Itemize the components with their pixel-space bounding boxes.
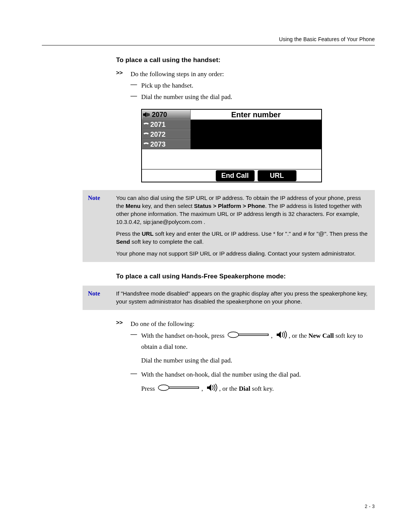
note-body: You can also dial using the SIP URL or I… <box>116 194 370 257</box>
phone-line-number: 2070 <box>152 111 167 119</box>
menu-path: Status > Platform > Phone <box>194 203 265 209</box>
line-key-icon <box>158 384 200 394</box>
phone-side-bottom <box>142 169 191 182</box>
running-head: Using the Basic Features of Your Phone <box>279 36 375 42</box>
softkey-name: URL <box>142 230 154 237</box>
substep-text: Pick up the handset. <box>141 81 193 91</box>
note-text: soft key to complete the call. <box>130 238 204 245</box>
key-name: Menu <box>126 203 140 209</box>
step-marker: >> <box>116 319 131 329</box>
phone-softkey-bar: End Call URL <box>191 169 321 182</box>
phone-dial-area <box>191 120 321 149</box>
text: soft key. <box>250 385 274 392</box>
handset-icon <box>143 132 149 137</box>
step-text: Do one of the following: <box>131 319 194 329</box>
speakerphone-icon <box>276 331 287 342</box>
substep-text: Dial the number using the dial pad. <box>141 92 232 102</box>
text: , <box>201 385 205 392</box>
text: , or the <box>289 332 309 339</box>
substep-continuation: Press , , or the <box>141 383 375 395</box>
softkey-name: New Call <box>309 332 334 339</box>
step-text: Do the following steps in any order: <box>131 69 224 79</box>
text: , or the <box>219 385 239 392</box>
step-row: >> Do one of the following: <box>116 319 375 329</box>
phone-line-number: 2073 <box>150 141 166 149</box>
substep-dash: — <box>131 331 141 352</box>
phone-body-white <box>191 149 321 169</box>
svg-marker-7 <box>277 331 281 338</box>
header-rule <box>42 45 375 46</box>
phone-line-key: 2073 <box>142 139 191 149</box>
phone-line-key: 2072 <box>142 129 191 139</box>
phone-line-blank <box>142 149 191 169</box>
softkey-url: URL <box>258 170 296 181</box>
substep-dash: — <box>131 81 141 91</box>
note-box: Note You can also dial using the SIP URL… <box>83 190 375 262</box>
substep-continuation: Dial the number using the dial pad. <box>141 356 375 366</box>
substep-row: — With the handset on-hook, dial the num… <box>131 370 375 380</box>
note-label: Note <box>88 289 116 305</box>
text: , <box>271 332 274 339</box>
phone-line-number: 2072 <box>150 131 166 139</box>
note-box: Note If "Handsfree mode disabled" appear… <box>83 286 375 310</box>
note-text: Your phone may not support SIP URL or IP… <box>116 249 370 257</box>
svg-rect-3 <box>149 113 150 116</box>
substep-row: — With the handset on-hook, press , <box>131 331 375 352</box>
phone-screen-figure: 2070 2071 <box>141 109 322 182</box>
note-body: If "Handsfree mode disabled" appears on … <box>116 289 370 305</box>
svg-rect-1 <box>147 113 147 117</box>
substep-dash: — <box>131 370 141 380</box>
svg-marker-11 <box>207 384 211 391</box>
step-marker: >> <box>116 69 131 79</box>
speaker-active-icon <box>143 112 151 117</box>
speakerphone-icon <box>206 383 218 395</box>
substep-text: With the handset on-hook, dial the numbe… <box>141 370 301 380</box>
note-text: Press the <box>116 230 142 237</box>
phone-line-number: 2071 <box>150 121 166 129</box>
substep-row: — Pick up the handset. <box>131 81 375 91</box>
svg-marker-0 <box>143 112 146 117</box>
step-row: >> Do the following steps in any order: <box>116 69 375 79</box>
line-key-icon <box>228 331 269 341</box>
handset-icon <box>143 142 149 147</box>
phone-prompt: Enter number <box>191 110 321 120</box>
note-text: If "Handsfree mode disabled" appears on … <box>116 289 370 305</box>
text: Press <box>141 385 156 392</box>
handset-icon <box>143 122 149 127</box>
svg-point-4 <box>228 332 239 337</box>
section-heading-handset: To place a call using the handset: <box>116 56 375 64</box>
page-number: 2 - 3 <box>365 504 375 509</box>
section-heading-speakerphone: To place a call using Hands-Free Speaker… <box>116 273 375 280</box>
svg-rect-2 <box>148 113 148 116</box>
substep-text: With the handset on-hook, press , <box>141 331 375 352</box>
text: With the handset on-hook, press <box>141 332 226 339</box>
substep-dash: — <box>131 92 141 102</box>
phone-line-key: 2070 <box>142 110 191 120</box>
note-text: key, and then select <box>140 203 194 209</box>
softkey-name: Dial <box>239 385 250 392</box>
note-label: Note <box>88 194 116 257</box>
substep-row: — Dial the number using the dial pad. <box>131 92 375 102</box>
softkey-end-call: End Call <box>216 170 255 181</box>
softkey-name: Send <box>116 238 130 245</box>
note-text: soft key and enter the URL or IP address… <box>153 230 367 237</box>
svg-point-8 <box>158 385 169 391</box>
phone-line-key: 2071 <box>142 120 191 129</box>
